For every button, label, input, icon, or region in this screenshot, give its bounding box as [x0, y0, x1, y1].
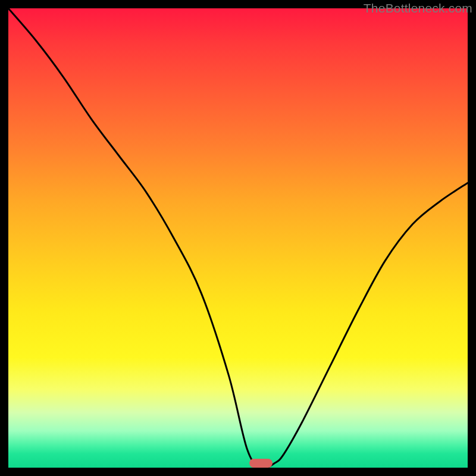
min-marker — [249, 459, 273, 468]
watermark: TheBottleneck.com — [364, 1, 472, 15]
